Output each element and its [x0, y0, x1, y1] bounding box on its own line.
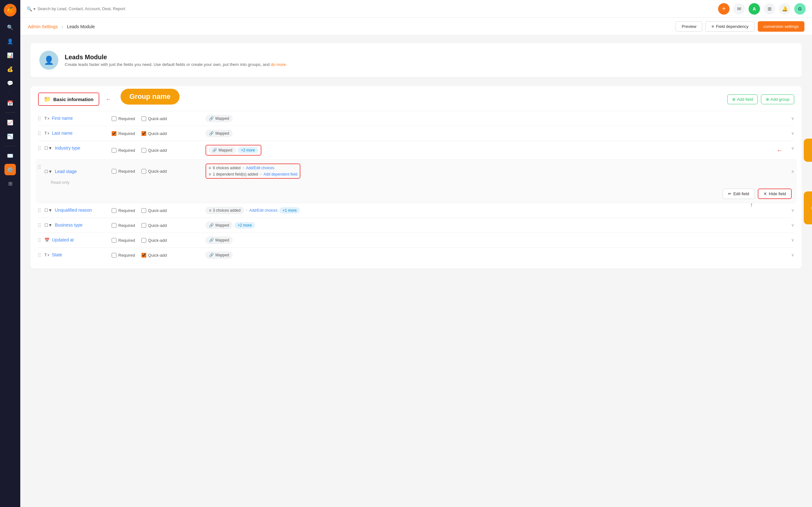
sidebar-icon-calendar[interactable]: 📅	[4, 97, 16, 109]
field-name-unqualified[interactable]: Unqualified reason	[55, 207, 106, 213]
sidebar-icon-chart[interactable]: 📉	[4, 130, 16, 142]
drag-handle-last-name[interactable]	[38, 130, 41, 135]
expand-state[interactable]: ∨	[791, 251, 794, 257]
breadcrumb-parent[interactable]: Admin Settings	[28, 24, 58, 29]
hide-field-button[interactable]: ✕ Hide field	[758, 188, 792, 199]
quick-add-checkbox-industry[interactable]: Quick-add	[142, 148, 167, 153]
sidebar-icon-search[interactable]: 🔍	[4, 21, 16, 33]
integrations-icon[interactable]: ⊞	[764, 3, 775, 14]
field-name-updated[interactable]: Updated at	[52, 237, 103, 242]
quick-add-checkbox-updated[interactable]: Quick-add	[142, 238, 167, 243]
quick-add-label-updated: Quick-add	[148, 238, 167, 243]
sidebar-icon-grid[interactable]: ⊞	[4, 178, 16, 189]
breadcrumb-current: Leads Module	[67, 24, 95, 29]
group-name-box[interactable]: 📁 Basic information	[38, 93, 99, 106]
field-name-last-name[interactable]: Last name	[52, 130, 102, 135]
expand-updated[interactable]: ∨	[791, 237, 794, 242]
required-checkbox-lead-stage[interactable]: Required	[112, 169, 135, 174]
do-more-link[interactable]: do more.	[271, 62, 287, 67]
drag-handle-updated[interactable]	[38, 237, 41, 242]
more-tag-unqualified[interactable]: +1 more	[280, 207, 300, 214]
page-header-actions: Preview ≡ Field dependency conversion se…	[676, 21, 804, 32]
add-button[interactable]: +	[718, 3, 729, 14]
mapped-tag-state: 🔗 Mapped	[206, 251, 233, 259]
search-input[interactable]	[38, 6, 126, 11]
quick-add-checkbox-lead-stage[interactable]: Quick-add	[142, 169, 167, 174]
drag-handle-lead-stage[interactable]	[38, 164, 41, 169]
field-tags-last-name: 🔗 Mapped	[206, 130, 233, 137]
field-name-state[interactable]: State	[52, 251, 102, 257]
more-tag-industry[interactable]: +2 more	[238, 147, 258, 153]
field-actions-lead-stage: ✏ Edit field ✕ Hide field ↑ Click Hide f…	[44, 188, 794, 199]
drag-handle-business[interactable]	[38, 222, 41, 227]
mapped-tag-first-name: 🔗 Mapped	[206, 115, 233, 122]
sidebar-drag-handle: ⋮	[8, 91, 12, 95]
quick-add-checkbox-business[interactable]: Quick-add	[142, 223, 167, 228]
sidebar-icon-reports[interactable]: 📊	[4, 49, 16, 61]
preview-button[interactable]: Preview	[676, 21, 702, 32]
expand-last-name[interactable]: ∨	[791, 130, 794, 135]
required-checkbox-unqualified[interactable]: Required	[112, 208, 135, 213]
avatar-a[interactable]: A	[749, 3, 760, 14]
conversion-settings-button[interactable]: conversion settings	[758, 21, 804, 32]
field-left-unqualified: ☐▼ Unqualified reason	[44, 207, 108, 213]
sidebar-icon-email[interactable]: ✉️	[4, 150, 16, 161]
quick-add-checkbox-unqualified[interactable]: Quick-add	[142, 208, 167, 213]
folder-icon: 📁	[44, 96, 51, 103]
required-label-updated: Required	[118, 238, 135, 243]
dropdown-icon-lead-stage: ☐▼	[44, 169, 52, 174]
mail-icon[interactable]: ✉	[733, 3, 745, 14]
add-group-button[interactable]: ⊕ Add group	[761, 95, 794, 104]
key-icon-last: 🔗	[209, 131, 214, 135]
add-field-button[interactable]: ⊕ Add field	[727, 95, 758, 104]
expand-industry[interactable]: ∨	[791, 145, 794, 151]
expand-business[interactable]: ∨	[791, 222, 794, 228]
app-logo[interactable]: 🍊	[4, 4, 16, 16]
quick-add-checkbox-state[interactable]: Quick-add	[142, 253, 167, 258]
field-name-first-name[interactable]: First name	[52, 115, 102, 121]
avatar-g[interactable]: G	[794, 3, 806, 14]
expand-unqualified[interactable]: ∨	[791, 207, 794, 213]
notification-icon[interactable]: 🔔	[779, 3, 791, 14]
more-tag-business[interactable]: +2 more	[235, 222, 255, 228]
field-controls-lead-stage: Required Quick-add	[112, 169, 200, 174]
quick-add-checkbox-first-name[interactable]: Quick-add	[142, 116, 167, 121]
expand-lead-stage[interactable]: ∧	[791, 168, 794, 174]
required-checkbox-updated[interactable]: Required	[112, 238, 135, 243]
drag-handle-first-name[interactable]	[38, 115, 41, 120]
group-name-text: Basic information	[53, 97, 94, 102]
add-edit-choices-unqualified[interactable]: Add/Edit choices	[249, 208, 277, 213]
add-dep-field-link[interactable]: Add dependent field	[264, 172, 298, 176]
field-controls-unqualified: Required Quick-add	[112, 208, 200, 213]
field-controls-industry: Required Quick-add	[112, 148, 200, 153]
required-checkbox-industry[interactable]: Required	[112, 148, 135, 153]
sidebar-icon-deals[interactable]: 💰	[4, 63, 16, 75]
field-row-unqualified-reason: ☐▼ Unqualified reason Required Quick-add	[38, 203, 794, 218]
field-controls-first-name: Required Quick-add	[112, 116, 200, 121]
add-edit-choices-link[interactable]: Add/Edit choices	[246, 166, 274, 170]
sidebar-icon-contacts[interactable]: 👤	[4, 36, 16, 47]
drag-handle-unqualified[interactable]	[38, 207, 41, 212]
required-checkbox-state[interactable]: Required	[112, 253, 135, 258]
required-label-unqualified: Required	[118, 208, 135, 213]
expand-first-name[interactable]: ∨	[791, 115, 794, 121]
field-row-lead-stage: ☐▼ Lead stage Required	[36, 159, 797, 203]
required-checkbox-business[interactable]: Required	[112, 223, 135, 228]
field-name-business[interactable]: Business type	[55, 222, 106, 228]
quick-add-label-industry: Quick-add	[148, 148, 167, 153]
drag-handle-state[interactable]	[38, 251, 41, 257]
field-dependency-button[interactable]: ≡ Field dependency	[705, 21, 754, 32]
quick-add-label: Quick-add	[148, 116, 167, 121]
field-name-industry[interactable]: Industry type	[55, 145, 106, 151]
sidebar-icon-settings[interactable]: ⚙️	[4, 164, 16, 175]
drag-handle-industry[interactable]	[38, 145, 41, 150]
required-checkbox-last-name[interactable]: Required	[112, 131, 135, 136]
dropdown-icon-business: ☐▼	[44, 222, 52, 228]
field-name-lead-stage[interactable]: Lead stage	[55, 168, 106, 174]
edit-field-button[interactable]: ✏ Edit field	[722, 188, 755, 199]
required-checkbox-first-name[interactable]: Required	[112, 116, 135, 121]
sidebar-icon-analytics[interactable]: 📈	[4, 117, 16, 128]
quick-add-checkbox-last-name[interactable]: Quick-add	[142, 131, 167, 136]
sidebar-icon-chat[interactable]: 💬	[4, 77, 16, 89]
field-row-updated-at: 📅 Updated at Required Quick-add	[38, 233, 794, 247]
